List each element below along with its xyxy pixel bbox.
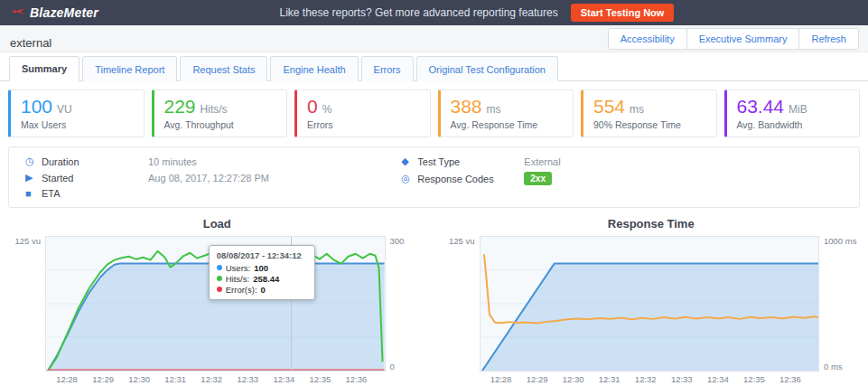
response-code-badge-2xx[interactable]: 2xx	[524, 172, 552, 185]
x-axis: 12:2812:2912:3012:3112:3212:3312:3412:35…	[480, 374, 820, 386]
kpi-card-90-response-time: 554ms 90% Response Time	[581, 89, 717, 137]
blazemeter-brand[interactable]: BlazeMeter	[13, 5, 98, 21]
info-label: Test Type	[417, 156, 524, 167]
info-label: Started	[42, 173, 148, 184]
kpi-value: 100	[21, 96, 52, 118]
chart-title: Response Time	[443, 217, 860, 231]
plot-area[interactable]: 08/08/2017 - 12:34:12 Users:100 Hits/s:2…	[45, 236, 386, 372]
x-tick-label: 12:28	[490, 374, 512, 384]
square-icon: ■	[25, 188, 42, 199]
kpi-label: Avg. Response Time	[451, 119, 564, 130]
x-tick-label: 12:28	[56, 374, 78, 384]
clock-icon: ◷	[25, 155, 42, 167]
top-navbar: BlazeMeter Like these reports? Get more …	[0, 0, 868, 25]
info-label: ETA	[42, 188, 148, 199]
tooltip-title: 08/08/2017 - 12:34:12	[217, 250, 307, 260]
info-row-duration: ◷ Duration 10 minutes	[25, 155, 401, 167]
x-tick-label: 12:34	[707, 374, 729, 384]
tooltip-row-hits: Hits/s:258.44	[217, 274, 307, 284]
kpi-unit: VU	[57, 103, 72, 116]
info-label: Response Codes	[417, 174, 524, 184]
tab-original-test-configuration[interactable]: Original Test Configuration	[416, 56, 558, 81]
executive-summary-button[interactable]: Executive Summary	[686, 29, 799, 49]
x-tick-label: 12:30	[128, 374, 150, 384]
x-tick-label: 12:29	[92, 374, 114, 384]
kpi-value: 554	[593, 96, 625, 118]
tooltip-row-errors: Error(s):0	[217, 285, 307, 295]
errors-bullet-icon	[217, 287, 222, 292]
header-action-group: Accessibility Executive Summary Refresh	[608, 28, 859, 50]
x-tick-label: 12:30	[563, 374, 584, 384]
x-tick-label: 12:32	[201, 374, 222, 384]
target-icon: ◎	[401, 173, 417, 184]
x-tick-label: 12:34	[273, 374, 294, 384]
hits-bullet-icon	[217, 276, 222, 281]
y-axis-label-left: 125 vu	[9, 236, 45, 372]
blazemeter-logo-icon	[13, 5, 26, 21]
x-tick-label: 12:29	[527, 374, 548, 384]
tab-request-stats[interactable]: Request Stats	[180, 56, 267, 81]
report-tabs: Summary Timeline Report Request Stats En…	[0, 52, 868, 81]
x-tick-label: 12:35	[310, 374, 331, 384]
kpi-label: Max Users	[21, 119, 134, 130]
chart-response-time: Response Time 125 vu 1000 ms 0 ms 12:281…	[434, 217, 868, 386]
info-value: 10 minutes	[148, 156, 197, 167]
info-row-test-type: ◆ Test Type External	[401, 155, 843, 167]
x-tick-label: 12:32	[635, 374, 657, 384]
kpi-value: 229	[164, 96, 196, 118]
charts-row: Load 125 vu 08/08/2017 - 12:34:12 Users:…	[0, 217, 868, 386]
kpi-card-avg-response-time: 388ms Avg. Response Time	[438, 89, 574, 137]
x-tick-label: 12:33	[237, 374, 258, 384]
report-header: external Accessibility Executive Summary…	[0, 25, 868, 52]
refresh-button[interactable]: Refresh	[798, 29, 858, 49]
info-row-eta: ■ ETA	[25, 188, 401, 199]
tab-errors[interactable]: Errors	[361, 56, 414, 81]
info-label: Duration	[42, 156, 148, 167]
y-axis-label-right-top: 300	[390, 236, 425, 246]
accessibility-button[interactable]: Accessibility	[609, 29, 686, 49]
promo-banner: Like these reports? Get more advanced re…	[280, 4, 675, 22]
chart-tooltip: 08/08/2017 - 12:34:12 Users:100 Hits/s:2…	[209, 245, 315, 300]
y-axis-label-right-bottom: 0 ms	[824, 362, 859, 372]
y-axis-label-right-top: 1000 ms	[824, 236, 859, 246]
info-value: External	[524, 156, 560, 167]
kpi-row: 100VU Max Users 229Hits/s Avg. Throughpu…	[8, 89, 860, 137]
kpi-unit: MiB	[789, 103, 807, 116]
x-tick-label: 12:33	[671, 374, 693, 384]
kpi-label: 90% Response Time	[593, 119, 706, 130]
x-tick-label: 12:31	[599, 374, 621, 384]
info-value: Aug 08, 2017, 12:27:28 PM	[148, 173, 269, 184]
y-axis-label-right-bottom: 0	[390, 362, 425, 372]
page-title: external	[10, 36, 51, 50]
x-tick-label: 12:35	[743, 374, 765, 384]
kpi-card-errors: 0% Errors	[294, 89, 431, 137]
x-tick-label: 12:36	[346, 374, 368, 384]
y-axis-label-left: 125 vu	[443, 236, 480, 372]
tag-icon: ◆	[401, 155, 417, 167]
tooltip-row-users: Users:100	[217, 263, 307, 273]
kpi-unit: ms	[630, 103, 644, 116]
info-row-started: ▶ Started Aug 08, 2017, 12:27:28 PM	[25, 172, 401, 184]
kpi-label: Avg. Throughput	[164, 119, 277, 130]
tab-engine-health[interactable]: Engine Health	[270, 56, 358, 81]
chart-title: Load	[9, 217, 425, 231]
tab-summary[interactable]: Summary	[9, 56, 79, 81]
x-tick-label: 12:31	[164, 374, 186, 384]
kpi-value: 388	[451, 96, 482, 118]
plot-area[interactable]	[480, 236, 820, 372]
kpi-value: 0	[307, 96, 318, 118]
test-info-panel: ◷ Duration 10 minutes ▶ Started Aug 08, …	[8, 146, 860, 208]
users-bullet-icon	[217, 265, 222, 270]
kpi-label: Errors	[307, 119, 420, 130]
kpi-unit: ms	[487, 103, 501, 116]
kpi-label: Avg. Bandwidth	[737, 119, 850, 130]
info-row-response-codes: ◎ Response Codes 2xx	[401, 172, 843, 185]
chart-load: Load 125 vu 08/08/2017 - 12:34:12 Users:…	[0, 217, 434, 386]
promo-banner-text: Like these reports? Get more advanced re…	[280, 6, 558, 19]
kpi-value: 63.44	[737, 96, 785, 118]
kpi-card-avg-throughput: 229Hits/s Avg. Throughput	[152, 89, 288, 137]
x-tick-label: 12:36	[779, 374, 801, 384]
tab-timeline-report[interactable]: Timeline Report	[82, 56, 177, 81]
play-icon: ▶	[25, 172, 42, 184]
start-testing-button[interactable]: Start Testing Now	[571, 4, 675, 22]
